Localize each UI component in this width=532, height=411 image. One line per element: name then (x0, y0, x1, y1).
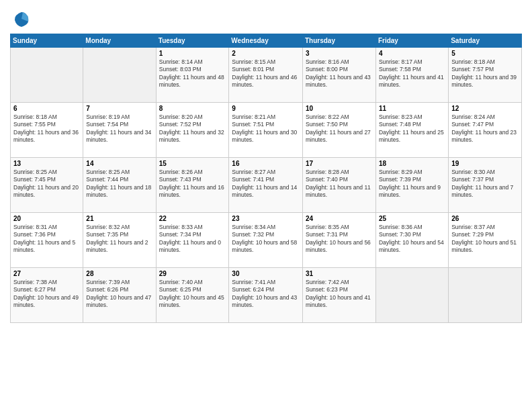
day-info: Sunrise: 8:14 AM Sunset: 8:03 PM Dayligh… (159, 58, 226, 89)
logo-icon (12, 9, 31, 28)
day-number: 25 (379, 215, 445, 222)
day-info: Sunrise: 8:23 AM Sunset: 7:48 PM Dayligh… (379, 113, 445, 144)
calendar-cell: 13Sunrise: 8:25 AM Sunset: 7:45 PM Dayli… (11, 158, 83, 213)
calendar-cell: 30Sunrise: 7:41 AM Sunset: 6:24 PM Dayli… (229, 268, 303, 323)
day-info: Sunrise: 8:34 AM Sunset: 7:32 PM Dayligh… (232, 224, 300, 255)
calendar-cell: 2Sunrise: 8:15 AM Sunset: 8:01 PM Daylig… (229, 48, 303, 103)
calendar-cell: 22Sunrise: 8:33 AM Sunset: 7:34 PM Dayli… (156, 213, 229, 268)
calendar-cell: 29Sunrise: 7:40 AM Sunset: 6:25 PM Dayli… (156, 268, 229, 323)
day-header-sunday: Sunday (11, 34, 83, 48)
day-info: Sunrise: 8:25 AM Sunset: 7:45 PM Dayligh… (13, 169, 80, 199)
day-number: 14 (86, 160, 152, 167)
day-number: 23 (232, 215, 300, 222)
day-number: 18 (379, 160, 445, 167)
day-info: Sunrise: 8:22 AM Sunset: 7:50 PM Dayligh… (306, 113, 373, 144)
calendar-cell: 4Sunrise: 8:17 AM Sunset: 7:58 PM Daylig… (375, 48, 448, 103)
day-number: 3 (306, 50, 373, 57)
day-info: Sunrise: 8:19 AM Sunset: 7:54 PM Dayligh… (86, 113, 152, 144)
calendar-cell: 24Sunrise: 8:35 AM Sunset: 7:31 PM Dayli… (302, 213, 375, 268)
day-info: Sunrise: 7:42 AM Sunset: 6:23 PM Dayligh… (306, 279, 373, 310)
day-header-thursday: Thursday (302, 34, 375, 48)
day-number: 17 (306, 160, 373, 167)
day-info: Sunrise: 8:35 AM Sunset: 7:31 PM Dayligh… (306, 224, 373, 255)
day-info: Sunrise: 8:24 AM Sunset: 7:47 PM Dayligh… (451, 113, 519, 144)
day-number: 31 (306, 270, 373, 277)
calendar-table: SundayMondayTuesdayWednesdayThursdayFrid… (10, 34, 522, 323)
day-info: Sunrise: 8:27 AM Sunset: 7:41 PM Dayligh… (232, 169, 300, 199)
day-number: 12 (451, 105, 519, 112)
calendar-cell: 3Sunrise: 8:16 AM Sunset: 8:00 PM Daylig… (302, 48, 375, 103)
day-number: 24 (306, 215, 373, 222)
calendar-body: 1Sunrise: 8:14 AM Sunset: 8:03 PM Daylig… (11, 48, 522, 323)
calendar-page: SundayMondayTuesdayWednesdayThursdayFrid… (0, 0, 532, 411)
calendar-cell: 6Sunrise: 8:18 AM Sunset: 7:55 PM Daylig… (11, 103, 83, 158)
calendar-cell: 14Sunrise: 8:25 AM Sunset: 7:44 PM Dayli… (83, 158, 156, 213)
day-info: Sunrise: 8:37 AM Sunset: 7:29 PM Dayligh… (451, 224, 519, 255)
calendar-cell (449, 268, 522, 323)
calendar-cell: 17Sunrise: 8:28 AM Sunset: 7:40 PM Dayli… (302, 158, 375, 213)
day-info: Sunrise: 8:18 AM Sunset: 7:55 PM Dayligh… (13, 113, 80, 144)
week-row-2: 6Sunrise: 8:18 AM Sunset: 7:55 PM Daylig… (11, 103, 522, 158)
calendar-cell: 23Sunrise: 8:34 AM Sunset: 7:32 PM Dayli… (229, 213, 303, 268)
day-header-friday: Friday (375, 34, 448, 48)
calendar-cell: 16Sunrise: 8:27 AM Sunset: 7:41 PM Dayli… (229, 158, 303, 213)
calendar-cell: 20Sunrise: 8:31 AM Sunset: 7:36 PM Dayli… (11, 213, 83, 268)
day-number: 8 (159, 105, 226, 112)
day-info: Sunrise: 7:41 AM Sunset: 6:24 PM Dayligh… (232, 279, 300, 310)
calendar-cell: 26Sunrise: 8:37 AM Sunset: 7:29 PM Dayli… (449, 213, 522, 268)
calendar-cell: 11Sunrise: 8:23 AM Sunset: 7:48 PM Dayli… (375, 103, 448, 158)
day-info: Sunrise: 8:26 AM Sunset: 7:43 PM Dayligh… (159, 169, 226, 199)
day-info: Sunrise: 7:39 AM Sunset: 6:26 PM Dayligh… (86, 279, 152, 310)
day-info: Sunrise: 8:30 AM Sunset: 7:37 PM Dayligh… (451, 169, 519, 199)
day-number: 26 (451, 215, 519, 222)
calendar-cell: 27Sunrise: 7:38 AM Sunset: 6:27 PM Dayli… (11, 268, 83, 323)
day-header-wednesday: Wednesday (229, 34, 303, 48)
day-info: Sunrise: 7:38 AM Sunset: 6:27 PM Dayligh… (13, 279, 80, 310)
day-number: 29 (159, 270, 226, 277)
calendar-cell: 9Sunrise: 8:21 AM Sunset: 7:51 PM Daylig… (229, 103, 303, 158)
day-info: Sunrise: 8:25 AM Sunset: 7:44 PM Dayligh… (86, 169, 152, 199)
calendar-cell: 25Sunrise: 8:36 AM Sunset: 7:30 PM Dayli… (375, 213, 448, 268)
day-number: 27 (13, 270, 80, 277)
calendar-cell: 10Sunrise: 8:22 AM Sunset: 7:50 PM Dayli… (302, 103, 375, 158)
calendar-cell: 5Sunrise: 8:18 AM Sunset: 7:57 PM Daylig… (449, 48, 522, 103)
calendar-cell: 18Sunrise: 8:29 AM Sunset: 7:39 PM Dayli… (375, 158, 448, 213)
day-number: 13 (13, 160, 80, 167)
day-number: 11 (379, 105, 445, 112)
day-info: Sunrise: 8:17 AM Sunset: 7:58 PM Dayligh… (379, 58, 445, 89)
calendar-cell: 21Sunrise: 8:32 AM Sunset: 7:35 PM Dayli… (83, 213, 156, 268)
day-info: Sunrise: 8:20 AM Sunset: 7:52 PM Dayligh… (159, 113, 226, 144)
day-info: Sunrise: 8:36 AM Sunset: 7:30 PM Dayligh… (379, 224, 445, 255)
day-number: 2 (232, 50, 300, 57)
calendar-cell: 15Sunrise: 8:26 AM Sunset: 7:43 PM Dayli… (156, 158, 229, 213)
calendar-cell (11, 48, 83, 103)
calendar-cell: 7Sunrise: 8:19 AM Sunset: 7:54 PM Daylig… (83, 103, 156, 158)
day-info: Sunrise: 8:16 AM Sunset: 8:00 PM Dayligh… (306, 58, 373, 89)
day-info: Sunrise: 8:33 AM Sunset: 7:34 PM Dayligh… (159, 224, 226, 255)
calendar-cell: 8Sunrise: 8:20 AM Sunset: 7:52 PM Daylig… (156, 103, 229, 158)
day-info: Sunrise: 8:32 AM Sunset: 7:35 PM Dayligh… (86, 224, 152, 255)
day-number: 21 (86, 215, 152, 222)
week-row-1: 1Sunrise: 8:14 AM Sunset: 8:03 PM Daylig… (11, 48, 522, 103)
calendar-header: SundayMondayTuesdayWednesdayThursdayFrid… (11, 34, 522, 48)
day-number: 19 (451, 160, 519, 167)
day-number: 1 (159, 50, 226, 57)
week-row-4: 20Sunrise: 8:31 AM Sunset: 7:36 PM Dayli… (11, 213, 522, 268)
calendar-cell: 19Sunrise: 8:30 AM Sunset: 7:37 PM Dayli… (449, 158, 522, 213)
day-number: 9 (232, 105, 300, 112)
day-number: 10 (306, 105, 373, 112)
day-header-saturday: Saturday (449, 34, 522, 48)
calendar-cell: 12Sunrise: 8:24 AM Sunset: 7:47 PM Dayli… (449, 103, 522, 158)
logo (10, 9, 31, 28)
day-info: Sunrise: 8:29 AM Sunset: 7:39 PM Dayligh… (379, 169, 445, 199)
calendar-cell: 31Sunrise: 7:42 AM Sunset: 6:23 PM Dayli… (302, 268, 375, 323)
day-number: 4 (379, 50, 445, 57)
day-number: 16 (232, 160, 300, 167)
day-info: Sunrise: 8:21 AM Sunset: 7:51 PM Dayligh… (232, 113, 300, 144)
day-info: Sunrise: 8:28 AM Sunset: 7:40 PM Dayligh… (306, 169, 373, 199)
day-info: Sunrise: 8:31 AM Sunset: 7:36 PM Dayligh… (13, 224, 80, 255)
calendar-cell: 1Sunrise: 8:14 AM Sunset: 8:03 PM Daylig… (156, 48, 229, 103)
day-number: 7 (86, 105, 152, 112)
day-header-monday: Monday (83, 34, 156, 48)
week-row-3: 13Sunrise: 8:25 AM Sunset: 7:45 PM Dayli… (11, 158, 522, 213)
